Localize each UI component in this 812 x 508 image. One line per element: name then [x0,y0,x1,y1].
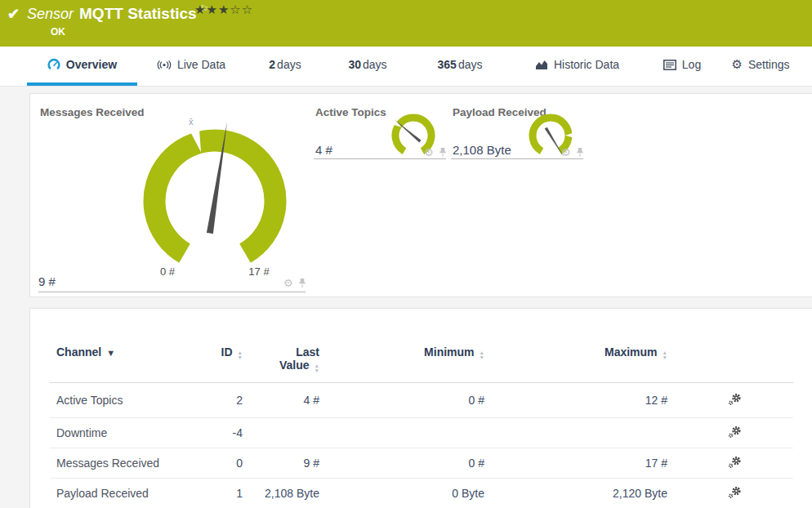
log-icon [663,60,676,70]
object-kind-label: Sensor [27,6,74,22]
gauge-tools: ⚙ [424,146,447,158]
gear-icon: ⚙ [731,57,742,72]
tab-number: 30 [348,58,361,71]
table-header-row: Channel▼ ID▲▼ Last Value▲▼ Minimum▲▼ Max… [30,309,812,382]
tab-bar: Overview Live Data 2days 30days 365days … [0,47,812,87]
channel-settings-icon[interactable] [728,456,742,471]
cell-id: 1 [185,487,243,500]
status-badge: OK [51,26,65,38]
channel-name: Active Topics [56,394,185,407]
table-row-payload-received: Payload Received 1 2,108 Byte 0 Byte 2,1… [30,479,812,508]
gauge-icon [47,58,60,71]
sensor-overview-page: ✔ SensorMQTT Statistics⚐ ★★★☆☆ OK Overvi… [0,0,812,508]
channel-settings-icon[interactable] [728,426,742,441]
tab-365-days[interactable]: 365days [410,47,510,86]
column-header-minimum[interactable]: Minimum▲▼ [319,345,484,359]
star-filled-icons[interactable]: ★★★ [194,2,230,16]
sensor-status-header: ✔ SensorMQTT Statistics⚐ ★★★☆☆ OK [0,0,812,47]
tab-historic-data[interactable]: Historic Data [510,47,645,86]
cell-id: -4 [185,426,243,439]
gauge-title-messages-received: Messages Received [40,106,145,118]
gauge-divider [451,158,583,159]
channel-table-panel: Channel▼ ID▲▼ Last Value▲▼ Minimum▲▼ Max… [29,308,812,508]
tab-live-data[interactable]: Live Data [137,47,245,86]
tab-label: days [277,58,301,71]
tab-settings[interactable]: ⚙ Settings [720,47,801,86]
gauges-panel: Messages Received x̄ 0 # 17 # 9 # ⚙ Acti… [29,93,812,297]
broadcast-icon [157,60,172,70]
tab-label: Settings [748,58,790,71]
tab-label: Historic Data [554,58,619,71]
pin-icon[interactable] [298,278,306,288]
gauge-current-value: 9 # [38,274,56,288]
tab-30-days[interactable]: 30days [325,47,410,86]
cell-maximum: 12 # [484,394,667,407]
tab-label: Log [682,58,701,71]
channel-name: Messages Received [56,457,185,470]
table-row-downtime: Downtime -4 [30,418,812,448]
cell-minimum: 0 # [319,394,484,407]
channel-name: Payload Received [56,487,185,500]
tab-label: days [458,58,483,71]
cell-last-value: 2,108 Byte [243,487,319,500]
area-chart-icon [535,59,548,70]
sort-arrows-icon: ▲▼ [315,363,319,372]
gear-icon[interactable]: ⚙ [283,277,293,289]
channel-settings-icon[interactable] [728,486,742,501]
table-row-messages-received: Messages Received 0 9 # 0 # 17 # [30,448,812,478]
star-empty-icons[interactable]: ☆☆ [230,2,253,16]
cell-maximum: 17 # [484,457,667,470]
cell-minimum: 0 Byte [319,487,484,500]
table-row-active-topics: Active Topics 2 4 # 0 # 12 # [30,383,812,417]
gauge-tools: ⚙ [283,277,306,289]
gauge-current-value: 4 # [315,143,332,157]
cell-minimum: 0 # [319,457,484,470]
column-header-channel[interactable]: Channel▼ [56,345,185,359]
gear-icon[interactable]: ⚙ [561,146,571,158]
status-check-icon: ✔ [7,5,20,23]
tab-log[interactable]: Log [645,47,720,86]
channel-settings-icon[interactable] [728,393,742,408]
tab-2-days[interactable]: 2days [245,47,325,86]
gauge-title-active-topics: Active Topics [315,106,386,118]
tab-label: Overview [66,58,117,71]
gauge-min-label: 0 # [149,265,185,278]
gear-icon[interactable]: ⚙ [424,146,434,158]
pin-icon[interactable] [439,147,447,158]
average-marker-label: x̄ [189,117,194,127]
cell-maximum: 2,120 Byte [484,487,667,500]
gauge-current-value: 2,108 Byte [453,143,511,157]
gauge-tools: ⚙ [561,146,584,158]
sort-caret-icon: ▼ [106,348,115,358]
tab-number: 2 [269,58,275,71]
tab-label: Live Data [177,58,225,71]
tab-number: 365 [438,58,457,71]
page-title: MQTT Statistics [79,5,197,22]
column-header-id[interactable]: ID▲▼ [185,345,243,359]
cell-last-value: 4 # [243,394,319,407]
gauge-divider [314,158,446,159]
column-header-last-value[interactable]: Last Value▲▼ [243,345,319,372]
sensor-title-line: SensorMQTT Statistics⚐ [27,3,208,23]
cell-id: 2 [185,394,243,407]
cell-id: 0 [185,457,243,470]
cell-last-value: 9 # [243,457,319,470]
tab-label: days [363,58,387,71]
column-header-maximum[interactable]: Maximum▲▼ [484,345,667,359]
pin-icon[interactable] [576,147,584,158]
gauge-max-label: 17 # [241,265,277,278]
channel-name: Downtime [56,426,185,439]
priority-stars[interactable]: ★★★☆☆ [194,2,253,17]
tab-overview[interactable]: Overview [27,47,137,86]
gauge-divider [38,292,306,292]
sort-arrows-icon: ▲▼ [663,350,667,359]
